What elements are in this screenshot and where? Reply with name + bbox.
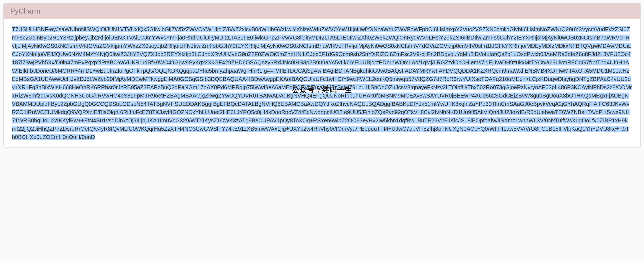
card-body: T7USULHBNF-eyJsaWNlbnNlSWQiOiJUN1VTVUxIQ… [4,19,640,147]
license-key-text[interactable]: T7USULHBNF-eyJsaWNlbnNlSWQiOiJUN1VTVUxIQ… [12,25,632,141]
card-header: PyCharm [4,4,640,19]
license-card: PyCharm T7USULHBNF-eyJsaWNlbnNlSWQiOiJUN… [3,3,641,148]
card-title: PyCharm [10,7,634,15]
license-key-value[interactable]: T7USULHBNF-eyJsaWNlbnNlSWQiOiJUN1VTVUxIQ… [12,26,632,140]
